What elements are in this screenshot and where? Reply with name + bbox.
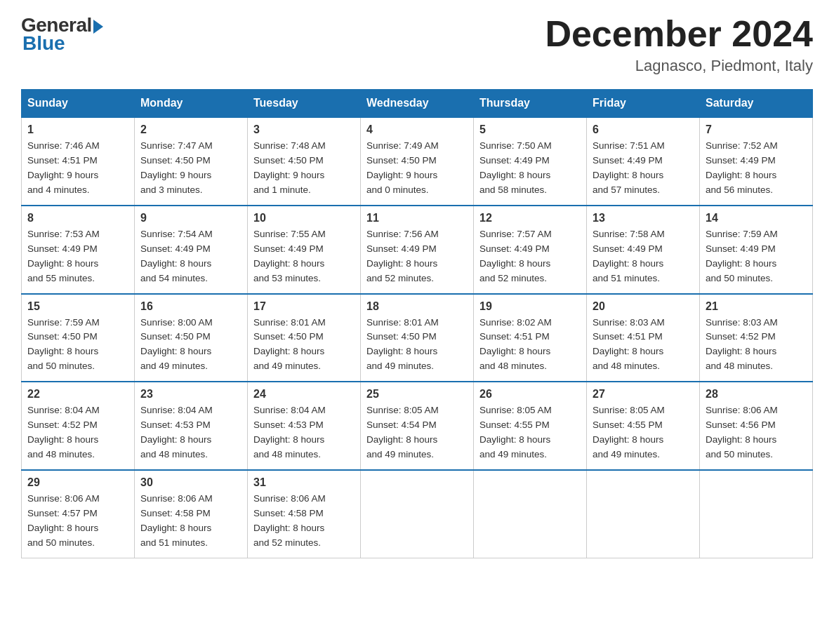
col-header-tuesday: Tuesday bbox=[248, 90, 361, 118]
calendar-week-row: 8Sunrise: 7:53 AM Sunset: 4:49 PM Daylig… bbox=[22, 206, 813, 294]
day-info: Sunrise: 7:52 AM Sunset: 4:49 PM Dayligh… bbox=[706, 139, 807, 198]
day-number: 3 bbox=[253, 123, 355, 136]
day-number: 29 bbox=[27, 476, 128, 489]
month-title: December 2024 bbox=[545, 14, 813, 54]
day-number: 20 bbox=[593, 300, 694, 313]
day-info: Sunrise: 7:55 AM Sunset: 4:49 PM Dayligh… bbox=[253, 227, 355, 286]
col-header-friday: Friday bbox=[587, 90, 700, 118]
day-info: Sunrise: 8:05 AM Sunset: 4:54 PM Dayligh… bbox=[366, 403, 468, 462]
col-header-wednesday: Wednesday bbox=[361, 90, 474, 118]
day-info: Sunrise: 7:59 AM Sunset: 4:50 PM Dayligh… bbox=[27, 316, 128, 375]
calendar-cell: 7Sunrise: 7:52 AM Sunset: 4:49 PM Daylig… bbox=[700, 117, 813, 206]
day-info: Sunrise: 7:47 AM Sunset: 4:50 PM Dayligh… bbox=[140, 139, 241, 198]
day-number: 1 bbox=[27, 123, 128, 136]
calendar-week-row: 22Sunrise: 8:04 AM Sunset: 4:52 PM Dayli… bbox=[22, 382, 813, 470]
calendar-header-row: SundayMondayTuesdayWednesdayThursdayFrid… bbox=[22, 90, 813, 118]
calendar-cell: 5Sunrise: 7:50 AM Sunset: 4:49 PM Daylig… bbox=[474, 117, 587, 206]
calendar-cell: 18Sunrise: 8:01 AM Sunset: 4:50 PM Dayli… bbox=[361, 294, 474, 382]
calendar-cell: 15Sunrise: 7:59 AM Sunset: 4:50 PM Dayli… bbox=[22, 294, 135, 382]
calendar-cell: 25Sunrise: 8:05 AM Sunset: 4:54 PM Dayli… bbox=[361, 382, 474, 470]
calendar-cell: 6Sunrise: 7:51 AM Sunset: 4:49 PM Daylig… bbox=[587, 117, 700, 206]
calendar-table: SundayMondayTuesdayWednesdayThursdayFrid… bbox=[21, 89, 813, 558]
calendar-cell bbox=[700, 470, 813, 558]
title-block: December 2024 Lagnasco, Piedmont, Italy bbox=[545, 14, 813, 75]
calendar-cell: 23Sunrise: 8:04 AM Sunset: 4:53 PM Dayli… bbox=[135, 382, 248, 470]
day-info: Sunrise: 8:04 AM Sunset: 4:53 PM Dayligh… bbox=[253, 403, 355, 462]
day-info: Sunrise: 7:58 AM Sunset: 4:49 PM Dayligh… bbox=[593, 227, 694, 286]
day-info: Sunrise: 8:04 AM Sunset: 4:52 PM Dayligh… bbox=[27, 403, 128, 462]
day-info: Sunrise: 8:06 AM Sunset: 4:57 PM Dayligh… bbox=[27, 492, 128, 551]
day-number: 17 bbox=[253, 300, 355, 313]
logo-blue-text: Blue bbox=[22, 32, 65, 55]
day-info: Sunrise: 7:50 AM Sunset: 4:49 PM Dayligh… bbox=[479, 139, 581, 198]
day-number: 16 bbox=[140, 300, 241, 313]
calendar-cell: 4Sunrise: 7:49 AM Sunset: 4:50 PM Daylig… bbox=[361, 117, 474, 206]
day-number: 19 bbox=[479, 300, 581, 313]
day-number: 11 bbox=[366, 212, 468, 224]
location-text: Lagnasco, Piedmont, Italy bbox=[545, 57, 813, 75]
day-number: 21 bbox=[706, 300, 807, 313]
logo: General Blue bbox=[21, 14, 103, 55]
calendar-cell: 2Sunrise: 7:47 AM Sunset: 4:50 PM Daylig… bbox=[135, 117, 248, 206]
logo-arrow-icon bbox=[93, 20, 103, 34]
calendar-cell: 9Sunrise: 7:54 AM Sunset: 4:49 PM Daylig… bbox=[135, 206, 248, 294]
col-header-thursday: Thursday bbox=[474, 90, 587, 118]
day-info: Sunrise: 8:03 AM Sunset: 4:51 PM Dayligh… bbox=[593, 316, 694, 375]
day-info: Sunrise: 7:51 AM Sunset: 4:49 PM Dayligh… bbox=[593, 139, 694, 198]
calendar-cell bbox=[361, 470, 474, 558]
calendar-week-row: 29Sunrise: 8:06 AM Sunset: 4:57 PM Dayli… bbox=[22, 470, 813, 558]
day-number: 25 bbox=[366, 388, 468, 401]
day-number: 26 bbox=[479, 388, 581, 401]
calendar-cell: 24Sunrise: 8:04 AM Sunset: 4:53 PM Dayli… bbox=[248, 382, 361, 470]
day-number: 10 bbox=[253, 212, 355, 224]
day-number: 30 bbox=[140, 476, 241, 489]
calendar-cell: 28Sunrise: 8:06 AM Sunset: 4:56 PM Dayli… bbox=[700, 382, 813, 470]
col-header-monday: Monday bbox=[135, 90, 248, 118]
page-header: General Blue December 2024 Lagnasco, Pie… bbox=[21, 14, 813, 75]
day-info: Sunrise: 7:46 AM Sunset: 4:51 PM Dayligh… bbox=[27, 139, 128, 198]
calendar-cell: 26Sunrise: 8:05 AM Sunset: 4:55 PM Dayli… bbox=[474, 382, 587, 470]
calendar-week-row: 15Sunrise: 7:59 AM Sunset: 4:50 PM Dayli… bbox=[22, 294, 813, 382]
day-number: 12 bbox=[479, 212, 581, 224]
day-number: 31 bbox=[253, 476, 355, 489]
day-info: Sunrise: 8:05 AM Sunset: 4:55 PM Dayligh… bbox=[479, 403, 581, 462]
calendar-cell: 1Sunrise: 7:46 AM Sunset: 4:51 PM Daylig… bbox=[22, 117, 135, 206]
day-info: Sunrise: 8:06 AM Sunset: 4:58 PM Dayligh… bbox=[253, 492, 355, 551]
calendar-cell: 19Sunrise: 8:02 AM Sunset: 4:51 PM Dayli… bbox=[474, 294, 587, 382]
day-number: 24 bbox=[253, 388, 355, 401]
day-info: Sunrise: 7:57 AM Sunset: 4:49 PM Dayligh… bbox=[479, 227, 581, 286]
calendar-cell: 27Sunrise: 8:05 AM Sunset: 4:55 PM Dayli… bbox=[587, 382, 700, 470]
day-info: Sunrise: 8:05 AM Sunset: 4:55 PM Dayligh… bbox=[593, 403, 694, 462]
calendar-cell: 17Sunrise: 8:01 AM Sunset: 4:50 PM Dayli… bbox=[248, 294, 361, 382]
day-info: Sunrise: 8:00 AM Sunset: 4:50 PM Dayligh… bbox=[140, 316, 241, 375]
day-info: Sunrise: 8:02 AM Sunset: 4:51 PM Dayligh… bbox=[479, 316, 581, 375]
calendar-cell: 14Sunrise: 7:59 AM Sunset: 4:49 PM Dayli… bbox=[700, 206, 813, 294]
calendar-cell: 20Sunrise: 8:03 AM Sunset: 4:51 PM Dayli… bbox=[587, 294, 700, 382]
calendar-cell: 13Sunrise: 7:58 AM Sunset: 4:49 PM Dayli… bbox=[587, 206, 700, 294]
calendar-cell bbox=[474, 470, 587, 558]
calendar-cell: 8Sunrise: 7:53 AM Sunset: 4:49 PM Daylig… bbox=[22, 206, 135, 294]
calendar-cell: 16Sunrise: 8:00 AM Sunset: 4:50 PM Dayli… bbox=[135, 294, 248, 382]
day-info: Sunrise: 7:48 AM Sunset: 4:50 PM Dayligh… bbox=[253, 139, 355, 198]
day-info: Sunrise: 8:04 AM Sunset: 4:53 PM Dayligh… bbox=[140, 403, 241, 462]
day-info: Sunrise: 8:06 AM Sunset: 4:58 PM Dayligh… bbox=[140, 492, 241, 551]
day-info: Sunrise: 8:01 AM Sunset: 4:50 PM Dayligh… bbox=[366, 316, 468, 375]
col-header-sunday: Sunday bbox=[22, 90, 135, 118]
day-number: 2 bbox=[140, 123, 241, 136]
calendar-cell: 12Sunrise: 7:57 AM Sunset: 4:49 PM Dayli… bbox=[474, 206, 587, 294]
day-number: 13 bbox=[593, 212, 694, 224]
day-info: Sunrise: 7:56 AM Sunset: 4:49 PM Dayligh… bbox=[366, 227, 468, 286]
day-info: Sunrise: 8:03 AM Sunset: 4:52 PM Dayligh… bbox=[706, 316, 807, 375]
day-number: 18 bbox=[366, 300, 468, 313]
day-info: Sunrise: 7:49 AM Sunset: 4:50 PM Dayligh… bbox=[366, 139, 468, 198]
calendar-cell: 3Sunrise: 7:48 AM Sunset: 4:50 PM Daylig… bbox=[248, 117, 361, 206]
day-number: 23 bbox=[140, 388, 241, 401]
day-info: Sunrise: 8:06 AM Sunset: 4:56 PM Dayligh… bbox=[706, 403, 807, 462]
day-number: 4 bbox=[366, 123, 468, 136]
calendar-cell: 11Sunrise: 7:56 AM Sunset: 4:49 PM Dayli… bbox=[361, 206, 474, 294]
day-number: 15 bbox=[27, 300, 128, 313]
calendar-cell: 29Sunrise: 8:06 AM Sunset: 4:57 PM Dayli… bbox=[22, 470, 135, 558]
day-info: Sunrise: 8:01 AM Sunset: 4:50 PM Dayligh… bbox=[253, 316, 355, 375]
day-number: 27 bbox=[593, 388, 694, 401]
day-number: 28 bbox=[706, 388, 807, 401]
